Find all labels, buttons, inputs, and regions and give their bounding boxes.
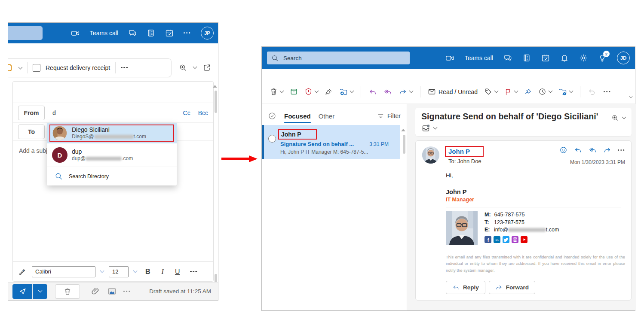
bcc-link[interactable]: Bcc (198, 109, 208, 116)
forward-button[interactable]: Forward (489, 281, 535, 294)
scrollbar-thumb[interactable] (215, 91, 217, 113)
video-camera-icon[interactable] (445, 54, 454, 63)
select-all-icon[interactable] (268, 112, 276, 120)
unread-indicator[interactable] (268, 135, 276, 143)
scrollbar-up-arrow[interactable] (401, 129, 405, 131)
chevron-down-icon[interactable] (409, 89, 414, 93)
notebook-icon[interactable] (522, 54, 531, 62)
delete-button[interactable] (268, 85, 285, 98)
chevron-down-icon[interactable] (315, 89, 319, 93)
to-button[interactable]: To (18, 125, 45, 139)
chevron-down-icon[interactable] (514, 89, 518, 93)
chat-icon[interactable] (128, 29, 137, 37)
popout-icon[interactable] (203, 64, 211, 72)
recipient-strip[interactable] (13, 82, 213, 103)
search-directory-item[interactable]: Search Directory (47, 167, 177, 185)
message-sender-name[interactable]: John P (445, 146, 484, 157)
chevron-down-icon[interactable] (549, 89, 553, 93)
scrollbar-up-arrow[interactable] (213, 85, 217, 88)
report-button[interactable] (303, 85, 320, 98)
reply-all-icon[interactable] (589, 146, 597, 154)
instagram-icon[interactable] (512, 236, 518, 243)
reply-icon[interactable] (574, 146, 582, 154)
calendar-check-icon[interactable] (541, 54, 550, 62)
mark-complete-icon[interactable] (421, 124, 430, 133)
lightbulb-icon[interactable]: 2 (598, 54, 607, 62)
forward-icon[interactable] (603, 146, 611, 154)
chat-icon[interactable] (503, 54, 512, 62)
linkedin-icon[interactable]: in (494, 236, 500, 243)
video-camera-icon[interactable] (71, 29, 80, 38)
bell-icon[interactable] (560, 54, 569, 62)
scrollbar-thumb[interactable] (403, 135, 405, 154)
italic-button[interactable]: I (162, 268, 164, 276)
reply-button[interactable] (367, 85, 379, 98)
pin-button[interactable] (522, 86, 534, 98)
font-name-select[interactable]: Calibri (32, 266, 95, 277)
read-unread-button[interactable]: Read / Unread (426, 85, 479, 98)
discard-button[interactable] (55, 284, 80, 299)
font-size-select[interactable]: 12 (109, 266, 129, 277)
suggestion-dup[interactable]: D dup dup@.com (47, 143, 177, 167)
notebook-icon[interactable] (147, 29, 155, 37)
avatar[interactable]: JP (201, 27, 214, 39)
chevron-down-icon[interactable] (133, 269, 138, 273)
reply-all-button[interactable] (382, 85, 394, 98)
more-icon[interactable] (618, 149, 625, 151)
delivery-receipt-checkbox[interactable] (33, 64, 40, 72)
collapse-chevron-icon[interactable] (629, 95, 633, 98)
snooze-button[interactable] (537, 85, 554, 98)
sender-avatar[interactable] (422, 146, 440, 164)
search-input[interactable] (282, 55, 405, 62)
from-input[interactable] (52, 109, 183, 117)
teams-call-button[interactable]: Teams call (90, 30, 118, 36)
filter-button[interactable]: Filter (377, 112, 401, 120)
chevron-down-icon[interactable] (280, 89, 284, 93)
chevron-down-icon[interactable] (569, 89, 573, 93)
chevron-down-icon[interactable] (494, 89, 499, 93)
undo-button[interactable] (586, 85, 598, 98)
gear-icon[interactable] (579, 54, 588, 62)
rules-button[interactable] (557, 85, 574, 98)
chevron-down-icon[interactable] (622, 115, 626, 119)
tab-focused[interactable]: Focused (284, 112, 311, 120)
move-to-button[interactable] (337, 85, 355, 98)
tab-other[interactable]: Other (319, 112, 335, 120)
chevron-down-icon[interactable] (433, 125, 438, 130)
zoom-in-icon[interactable] (611, 114, 619, 122)
more-icon[interactable] (121, 67, 128, 69)
from-button[interactable]: From (18, 106, 45, 120)
reply-button[interactable]: Reply (446, 281, 485, 294)
insert-image-icon[interactable] (107, 287, 117, 296)
sweep-button[interactable] (323, 85, 334, 98)
zoom-in-icon[interactable] (179, 64, 187, 72)
cc-link[interactable]: Cc (183, 109, 190, 116)
youtube-icon[interactable] (521, 236, 527, 243)
chevron-down-icon[interactable] (100, 269, 104, 273)
twitter-icon[interactable] (503, 236, 509, 243)
more-icon[interactable] (184, 32, 191, 34)
facebook-icon[interactable]: f (485, 236, 491, 243)
suggestion-diego[interactable]: Diego Siciliani DiegoS@t.com (47, 123, 177, 143)
calendar-check-icon[interactable] (165, 29, 174, 37)
tag-button[interactable] (482, 85, 500, 98)
chevron-down-icon[interactable] (18, 65, 23, 69)
emoji-icon[interactable] (559, 146, 567, 154)
send-button[interactable] (12, 284, 32, 299)
mail-list-item[interactable]: John P Signature Send on behalf ... 3:31… (262, 125, 400, 159)
paperclip-icon[interactable] (91, 287, 100, 296)
more-icon[interactable] (604, 91, 611, 93)
avatar[interactable]: JD (617, 52, 630, 64)
send-options-button[interactable] (33, 284, 47, 299)
underline-button[interactable]: U (175, 268, 180, 276)
archive-button[interactable] (288, 85, 300, 98)
format-painter-icon[interactable] (18, 267, 27, 276)
chevron-down-icon[interactable] (350, 89, 354, 93)
bold-button[interactable]: B (145, 268, 150, 276)
more-icon[interactable] (123, 291, 131, 292)
search-bar[interactable] (267, 52, 410, 64)
more-formatting-icon[interactable] (190, 271, 197, 273)
forward-button[interactable] (397, 85, 414, 98)
category-icon[interactable] (8, 64, 14, 72)
chevron-down-icon[interactable] (193, 65, 197, 69)
